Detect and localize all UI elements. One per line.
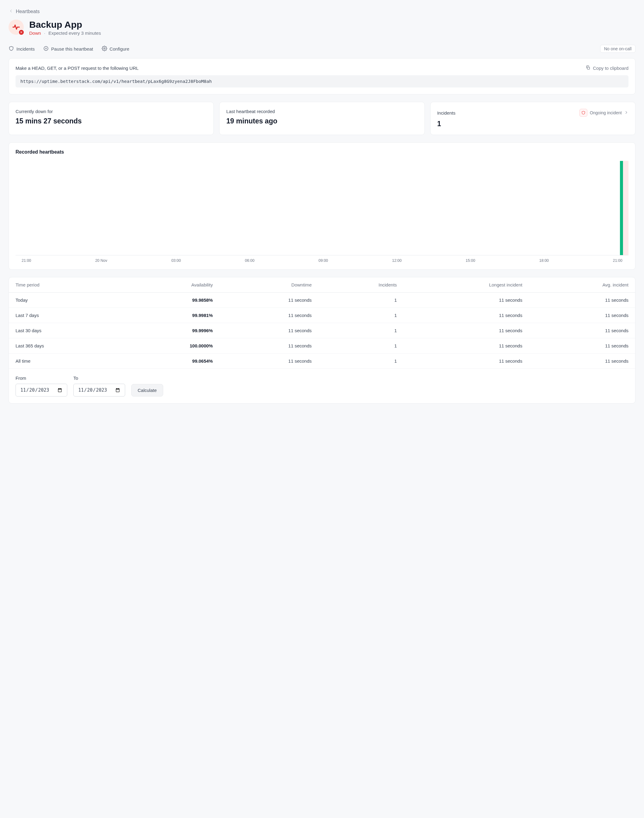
table-cell: 11 seconds [529, 323, 635, 338]
table-cell: 11 seconds [403, 338, 529, 354]
configure-label: Configure [110, 46, 129, 52]
table-row: Last 30 days99.9996%11 seconds111 second… [9, 323, 635, 338]
toolbar: Incidents Pause this heartbeat Configure… [9, 45, 635, 53]
incidents-label: Incidents [17, 46, 35, 52]
gear-icon [102, 46, 107, 52]
table-row: Today99.9858%11 seconds111 seconds11 sec… [9, 292, 635, 308]
close-icon [20, 31, 23, 34]
table-cell: 11 seconds [403, 354, 529, 369]
table-cell: 1 [319, 338, 404, 354]
chart-title: Recorded heartbeats [15, 149, 629, 155]
currently-down-card: Currently down for 15 mins 27 seconds [9, 102, 214, 135]
ongoing-incident-label: Ongoing incident [590, 110, 622, 115]
table-row: All time99.0654%11 seconds111 seconds11 … [9, 354, 635, 369]
table-cell: 11 seconds [219, 323, 319, 338]
table-cell: 11 seconds [403, 308, 529, 323]
table-cell: 11 seconds [529, 338, 635, 354]
to-date-input[interactable] [74, 384, 125, 397]
incidents-label: Incidents [437, 110, 455, 115]
ongoing-incident-link[interactable]: Ongoing incident [580, 109, 629, 117]
xaxis-tick: 21:00 [613, 258, 623, 263]
pause-icon [43, 46, 49, 52]
pause-label: Pause this heartbeat [51, 46, 93, 52]
heartbeat-status-badge [9, 20, 24, 35]
table-cell: Last 365 days [9, 338, 121, 354]
last-heartbeat-value: 19 minutes ago [226, 117, 417, 125]
table-cell: 11 seconds [219, 308, 319, 323]
col-longest-incident: Longest incident [403, 277, 529, 292]
table-cell: Last 30 days [9, 323, 121, 338]
copy-to-clipboard-button[interactable]: Copy to clipboard [586, 65, 629, 71]
copy-icon [586, 65, 590, 71]
col-downtime: Downtime [219, 277, 319, 292]
status-text: Down [29, 31, 41, 36]
xaxis-tick: 12:00 [392, 258, 402, 263]
table-cell: 11 seconds [403, 292, 529, 308]
table-cell: 11 seconds [403, 323, 529, 338]
table-cell: 1 [319, 308, 404, 323]
shield-icon [9, 46, 14, 52]
chart-heartbeat-bar [620, 161, 623, 255]
stats-row: Currently down for 15 mins 27 seconds La… [9, 102, 635, 135]
availability-table-card: Time period Availability Downtime Incide… [9, 277, 635, 403]
calculate-button[interactable]: Calculate [131, 384, 163, 397]
col-time-period: Time period [9, 277, 121, 292]
currently-down-label: Currently down for [15, 109, 53, 114]
xaxis-tick: 21:00 [21, 258, 31, 263]
svg-point-1 [104, 48, 105, 49]
chevron-right-icon [624, 110, 629, 115]
from-label: From [15, 375, 67, 381]
col-avg-incident: Avg. incident [529, 277, 635, 292]
svg-point-0 [44, 46, 48, 51]
xaxis-tick: 18:00 [539, 258, 549, 263]
oncall-badge[interactable]: No one on-call [600, 45, 635, 53]
table-cell: 11 seconds [219, 338, 319, 354]
request-url-value[interactable]: https://uptime.betterstack.com/api/v1/he… [15, 75, 629, 88]
table-cell: 11 seconds [529, 308, 635, 323]
table-cell: 99.9996% [121, 323, 219, 338]
heartbeats-chart [15, 161, 629, 255]
configure-link[interactable]: Configure [102, 46, 129, 52]
table-cell: 11 seconds [219, 292, 319, 308]
availability-table: Time period Availability Downtime Incide… [9, 277, 635, 369]
incidents-link[interactable]: Incidents [9, 46, 35, 52]
down-status-dot [18, 29, 25, 35]
table-cell: 99.9858% [121, 292, 219, 308]
table-cell: All time [9, 354, 121, 369]
page-header: Backup App Down · Expected every 3 minut… [9, 20, 635, 36]
xaxis-tick: 09:00 [319, 258, 328, 263]
table-cell: 11 seconds [529, 292, 635, 308]
page-title: Backup App [29, 20, 101, 30]
table-row: Last 7 days99.9981%11 seconds111 seconds… [9, 308, 635, 323]
xaxis-tick: 20 Nov [95, 258, 107, 263]
from-date-input[interactable] [15, 384, 67, 397]
last-heartbeat-card: Last heartbeat recorded 19 minutes ago [219, 102, 425, 135]
chevron-left-icon [9, 9, 14, 15]
request-url-desc: Make a HEAD, GET, or a POST request to t… [15, 66, 138, 71]
currently-down-value: 15 mins 27 seconds [15, 117, 207, 125]
page-subtitle: Down · Expected every 3 minutes [29, 31, 101, 36]
xaxis-tick: 06:00 [245, 258, 254, 263]
table-cell: Last 7 days [9, 308, 121, 323]
table-cell: 100.0000% [121, 338, 219, 354]
shield-alert-icon [580, 109, 587, 117]
copy-label: Copy to clipboard [593, 66, 629, 71]
table-cell: 11 seconds [529, 354, 635, 369]
table-cell: Today [9, 292, 121, 308]
to-label: To [74, 375, 125, 381]
request-url-card: Make a HEAD, GET, or a POST request to t… [9, 58, 635, 94]
xaxis-tick: 03:00 [172, 258, 181, 263]
incidents-card: Incidents Ongoing incident 1 [430, 102, 635, 135]
expected-text: Expected every 3 minutes [48, 31, 101, 36]
table-cell: 11 seconds [219, 354, 319, 369]
table-cell: 99.9981% [121, 308, 219, 323]
back-to-heartbeats[interactable]: Heartbeats [9, 9, 40, 15]
table-cell: 99.0654% [121, 354, 219, 369]
recorded-heartbeats-card: Recorded heartbeats 21:00 20 Nov 03:00 0… [9, 142, 635, 270]
table-header-row: Time period Availability Downtime Incide… [9, 277, 635, 292]
last-heartbeat-label: Last heartbeat recorded [226, 109, 274, 114]
date-range-row: From To Calculate [9, 369, 635, 403]
col-availability: Availability [121, 277, 219, 292]
table-cell: 1 [319, 323, 404, 338]
pause-heartbeat-link[interactable]: Pause this heartbeat [43, 46, 93, 52]
